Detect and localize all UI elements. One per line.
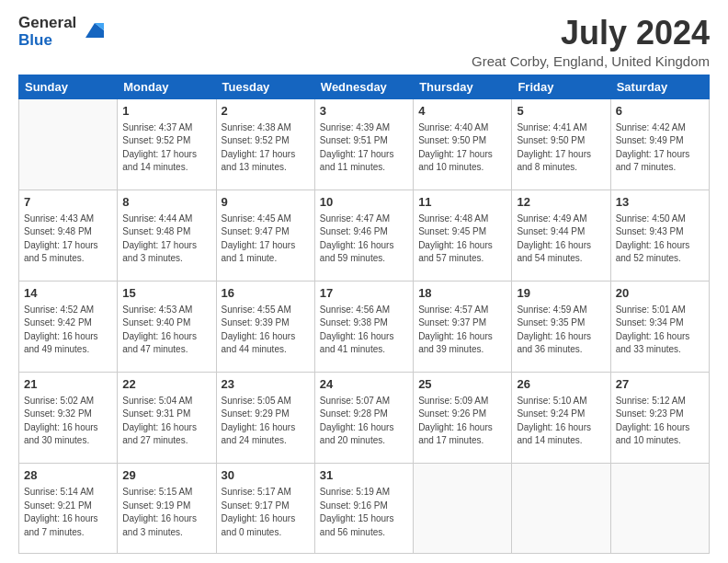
calendar-cell: 25Sunrise: 5:09 AMSunset: 9:26 PMDayligh…	[414, 372, 512, 463]
cell-day-number: 5	[517, 103, 605, 120]
cell-day-number: 25	[418, 376, 506, 393]
main-title: July 2024	[472, 15, 710, 52]
cell-info: Sunrise: 5:01 AMSunset: 9:34 PMDaylight:…	[616, 304, 704, 357]
cell-info: Sunrise: 5:17 AMSunset: 9:17 PMDaylight:…	[222, 486, 310, 539]
calendar-cell: 8Sunrise: 4:44 AMSunset: 9:48 PMDaylight…	[118, 190, 216, 281]
cell-info: Sunrise: 4:52 AMSunset: 9:42 PMDaylight:…	[24, 304, 112, 357]
calendar-cell: 27Sunrise: 5:12 AMSunset: 9:23 PMDayligh…	[610, 372, 709, 463]
cell-info: Sunrise: 4:55 AMSunset: 9:39 PMDaylight:…	[222, 304, 310, 357]
cell-day-number: 9	[222, 194, 310, 211]
cell-info: Sunrise: 4:49 AMSunset: 9:44 PMDaylight:…	[517, 213, 605, 266]
calendar-cell: 4Sunrise: 4:40 AMSunset: 9:50 PMDaylight…	[414, 98, 512, 190]
calendar-cell: 1Sunrise: 4:37 AMSunset: 9:52 PMDaylight…	[118, 98, 216, 190]
cell-info: Sunrise: 4:47 AMSunset: 9:46 PMDaylight:…	[320, 213, 408, 266]
cell-info: Sunrise: 4:38 AMSunset: 9:52 PMDaylight:…	[222, 121, 310, 175]
calendar-header-row: Sunday Monday Tuesday Wednesday Thursday…	[19, 75, 710, 98]
cell-day-number: 11	[418, 194, 506, 211]
calendar-cell: 12Sunrise: 4:49 AMSunset: 9:44 PMDayligh…	[512, 190, 610, 281]
calendar-cell: 28Sunrise: 5:14 AMSunset: 9:21 PMDayligh…	[19, 463, 118, 553]
cell-info: Sunrise: 5:12 AMSunset: 9:23 PMDaylight:…	[616, 395, 704, 448]
calendar-row-0: 1Sunrise: 4:37 AMSunset: 9:52 PMDaylight…	[19, 98, 710, 190]
cell-info: Sunrise: 4:41 AMSunset: 9:50 PMDaylight:…	[517, 121, 605, 175]
calendar-row-1: 7Sunrise: 4:43 AMSunset: 9:48 PMDaylight…	[19, 190, 710, 281]
cell-info: Sunrise: 5:14 AMSunset: 9:21 PMDaylight:…	[24, 486, 112, 539]
cell-info: Sunrise: 4:45 AMSunset: 9:47 PMDaylight:…	[222, 213, 310, 266]
calendar-cell	[610, 463, 709, 553]
cell-info: Sunrise: 4:59 AMSunset: 9:35 PMDaylight:…	[517, 304, 605, 357]
calendar-cell	[512, 463, 610, 553]
calendar-cell: 20Sunrise: 5:01 AMSunset: 9:34 PMDayligh…	[610, 281, 709, 372]
calendar-cell: 10Sunrise: 4:47 AMSunset: 9:46 PMDayligh…	[314, 190, 413, 281]
cell-day-number: 7	[24, 194, 112, 211]
cell-day-number: 24	[320, 376, 408, 393]
cell-info: Sunrise: 5:07 AMSunset: 9:28 PMDaylight:…	[320, 395, 408, 448]
cell-day-number: 19	[517, 285, 605, 302]
subtitle: Great Corby, England, United Kingdom	[472, 53, 710, 69]
calendar-cell: 31Sunrise: 5:19 AMSunset: 9:16 PMDayligh…	[314, 463, 413, 553]
cell-info: Sunrise: 5:10 AMSunset: 9:24 PMDaylight:…	[517, 395, 605, 448]
calendar-cell: 30Sunrise: 5:17 AMSunset: 9:17 PMDayligh…	[216, 463, 314, 553]
title-block: July 2024 Great Corby, England, United K…	[472, 15, 710, 69]
calendar-cell: 2Sunrise: 4:38 AMSunset: 9:52 PMDaylight…	[216, 98, 314, 190]
cell-day-number: 27	[616, 376, 704, 393]
cell-info: Sunrise: 4:57 AMSunset: 9:37 PMDaylight:…	[418, 304, 506, 357]
cell-info: Sunrise: 4:40 AMSunset: 9:50 PMDaylight:…	[418, 121, 506, 175]
header-saturday: Saturday	[610, 75, 709, 98]
calendar-cell: 7Sunrise: 4:43 AMSunset: 9:48 PMDaylight…	[19, 190, 118, 281]
header: General Blue July 2024 Great Corby, Engl…	[18, 15, 710, 69]
calendar-cell	[19, 98, 118, 190]
calendar-row-2: 14Sunrise: 4:52 AMSunset: 9:42 PMDayligh…	[19, 281, 710, 372]
calendar-cell: 22Sunrise: 5:04 AMSunset: 9:31 PMDayligh…	[118, 372, 216, 463]
logo-icon	[78, 16, 108, 45]
calendar-cell: 13Sunrise: 4:50 AMSunset: 9:43 PMDayligh…	[610, 190, 709, 281]
calendar-cell: 18Sunrise: 4:57 AMSunset: 9:37 PMDayligh…	[414, 281, 512, 372]
calendar-row-4: 28Sunrise: 5:14 AMSunset: 9:21 PMDayligh…	[19, 463, 710, 553]
cell-info: Sunrise: 5:09 AMSunset: 9:26 PMDaylight:…	[418, 395, 506, 448]
cell-info: Sunrise: 4:37 AMSunset: 9:52 PMDaylight:…	[122, 121, 210, 175]
cell-day-number: 2	[222, 103, 310, 120]
cell-info: Sunrise: 5:02 AMSunset: 9:32 PMDaylight:…	[24, 395, 112, 448]
cell-day-number: 20	[616, 285, 704, 302]
cell-day-number: 4	[418, 103, 506, 120]
calendar-cell: 21Sunrise: 5:02 AMSunset: 9:32 PMDayligh…	[19, 372, 118, 463]
header-monday: Monday	[118, 75, 216, 98]
calendar-cell: 5Sunrise: 4:41 AMSunset: 9:50 PMDaylight…	[512, 98, 610, 190]
logo-blue: Blue	[18, 32, 76, 50]
cell-day-number: 14	[24, 285, 112, 302]
cell-day-number: 6	[616, 103, 704, 120]
cell-day-number: 22	[122, 376, 210, 393]
cell-info: Sunrise: 5:04 AMSunset: 9:31 PMDaylight:…	[122, 395, 210, 448]
calendar-cell: 29Sunrise: 5:15 AMSunset: 9:19 PMDayligh…	[118, 463, 216, 553]
cell-info: Sunrise: 4:53 AMSunset: 9:40 PMDaylight:…	[122, 304, 210, 357]
header-thursday: Thursday	[414, 75, 512, 98]
calendar-cell	[414, 463, 512, 553]
cell-day-number: 23	[222, 376, 310, 393]
cell-info: Sunrise: 5:19 AMSunset: 9:16 PMDaylight:…	[320, 486, 408, 539]
calendar-cell: 11Sunrise: 4:48 AMSunset: 9:45 PMDayligh…	[414, 190, 512, 281]
calendar-cell: 6Sunrise: 4:42 AMSunset: 9:49 PMDaylight…	[610, 98, 709, 190]
cell-day-number: 3	[320, 103, 408, 120]
calendar-row-3: 21Sunrise: 5:02 AMSunset: 9:32 PMDayligh…	[19, 372, 710, 463]
calendar-cell: 16Sunrise: 4:55 AMSunset: 9:39 PMDayligh…	[216, 281, 314, 372]
cell-day-number: 1	[122, 103, 210, 120]
logo: General Blue	[18, 15, 108, 49]
calendar-cell: 3Sunrise: 4:39 AMSunset: 9:51 PMDaylight…	[314, 98, 413, 190]
calendar-cell: 17Sunrise: 4:56 AMSunset: 9:38 PMDayligh…	[314, 281, 413, 372]
cell-day-number: 15	[122, 285, 210, 302]
cell-day-number: 31	[320, 467, 408, 484]
cell-info: Sunrise: 5:05 AMSunset: 9:29 PMDaylight:…	[222, 395, 310, 448]
calendar-table: Sunday Monday Tuesday Wednesday Thursday…	[18, 75, 710, 554]
calendar-cell: 23Sunrise: 5:05 AMSunset: 9:29 PMDayligh…	[216, 372, 314, 463]
cell-day-number: 30	[222, 467, 310, 484]
cell-day-number: 26	[517, 376, 605, 393]
cell-day-number: 16	[222, 285, 310, 302]
calendar-cell: 24Sunrise: 5:07 AMSunset: 9:28 PMDayligh…	[314, 372, 413, 463]
page: General Blue July 2024 Great Corby, Engl…	[0, 0, 728, 563]
cell-day-number: 28	[24, 467, 112, 484]
cell-day-number: 18	[418, 285, 506, 302]
cell-info: Sunrise: 4:39 AMSunset: 9:51 PMDaylight:…	[320, 121, 408, 175]
cell-info: Sunrise: 4:42 AMSunset: 9:49 PMDaylight:…	[616, 121, 704, 175]
cell-day-number: 29	[122, 467, 210, 484]
header-wednesday: Wednesday	[314, 75, 413, 98]
calendar-cell: 26Sunrise: 5:10 AMSunset: 9:24 PMDayligh…	[512, 372, 610, 463]
